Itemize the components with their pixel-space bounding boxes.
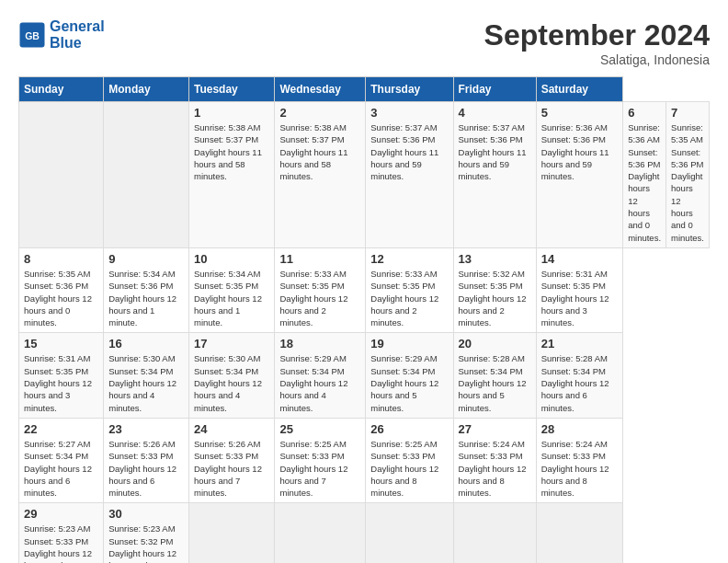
month-title: September 2024 [484, 18, 710, 52]
day-number: 8 [24, 252, 98, 266]
weekday-header: Thursday [366, 77, 453, 102]
day-number: 14 [541, 252, 618, 266]
svg-text:GB: GB [25, 30, 40, 41]
day-info: Sunrise: 5:28 AM Sunset: 5:34 PM Dayligh… [541, 352, 618, 413]
title-block: September 2024 Salatiga, Indonesia [484, 18, 710, 67]
calendar-cell: 10 Sunrise: 5:34 AM Sunset: 5:35 PM Dayl… [189, 247, 275, 332]
weekday-header: Friday [453, 77, 536, 102]
day-number: 7 [671, 106, 704, 120]
day-number: 9 [108, 252, 184, 266]
calendar-week-row: 22 Sunrise: 5:27 AM Sunset: 5:34 PM Dayl… [19, 418, 710, 502]
calendar-cell [104, 102, 189, 248]
day-number: 4 [459, 106, 531, 120]
day-number: 24 [194, 422, 269, 436]
calendar-cell: 12 Sunrise: 5:33 AM Sunset: 5:35 PM Dayl… [366, 247, 453, 332]
day-number: 6 [628, 106, 661, 120]
calendar-table: SundayMondayTuesdayWednesdayThursdayFrid… [18, 76, 710, 563]
calendar-cell: 27 Sunrise: 5:24 AM Sunset: 5:33 PM Dayl… [453, 418, 536, 502]
page-header: GB General Blue September 2024 Salatiga,… [18, 18, 710, 67]
logo-icon: GB [18, 21, 46, 49]
day-number: 17 [194, 337, 269, 350]
day-number: 2 [279, 106, 360, 120]
day-info: Sunrise: 5:29 AM Sunset: 5:34 PM Dayligh… [370, 352, 448, 413]
calendar-cell: 5 Sunrise: 5:36 AM Sunset: 5:36 PM Dayli… [536, 102, 622, 248]
day-info: Sunrise: 5:35 AM Sunset: 5:36 PM Dayligh… [24, 268, 98, 328]
day-info: Sunrise: 5:23 AM Sunset: 5:33 PM Dayligh… [24, 523, 98, 563]
calendar-cell [275, 503, 366, 563]
calendar-cell: 23 Sunrise: 5:26 AM Sunset: 5:33 PM Dayl… [104, 418, 189, 502]
day-number: 20 [459, 337, 531, 350]
day-number: 3 [370, 106, 448, 120]
day-info: Sunrise: 5:30 AM Sunset: 5:34 PM Dayligh… [194, 352, 269, 413]
calendar-cell: 8 Sunrise: 5:35 AM Sunset: 5:36 PM Dayli… [19, 247, 104, 332]
calendar-cell [536, 503, 622, 563]
day-info: Sunrise: 5:38 AM Sunset: 5:37 PM Dayligh… [194, 121, 269, 182]
day-info: Sunrise: 5:36 AM Sunset: 5:36 PM Dayligh… [541, 121, 618, 182]
day-info: Sunrise: 5:26 AM Sunset: 5:33 PM Dayligh… [108, 438, 184, 499]
day-number: 15 [24, 337, 98, 350]
day-info: Sunrise: 5:24 AM Sunset: 5:33 PM Dayligh… [459, 438, 531, 499]
day-number: 16 [108, 337, 184, 350]
logo-text: General Blue [50, 18, 105, 52]
calendar-cell: 28 Sunrise: 5:24 AM Sunset: 5:33 PM Dayl… [536, 418, 622, 502]
day-number: 28 [541, 422, 618, 436]
calendar-cell: 17 Sunrise: 5:30 AM Sunset: 5:34 PM Dayl… [189, 333, 275, 418]
calendar-cell: 11 Sunrise: 5:33 AM Sunset: 5:35 PM Dayl… [275, 247, 366, 332]
weekday-header: Tuesday [189, 77, 275, 102]
day-info: Sunrise: 5:33 AM Sunset: 5:35 PM Dayligh… [370, 268, 448, 328]
day-info: Sunrise: 5:30 AM Sunset: 5:34 PM Dayligh… [108, 352, 184, 413]
calendar-cell: 3 Sunrise: 5:37 AM Sunset: 5:36 PM Dayli… [366, 102, 453, 248]
day-info: Sunrise: 5:24 AM Sunset: 5:33 PM Dayligh… [541, 438, 618, 499]
day-info: Sunrise: 5:37 AM Sunset: 5:36 PM Dayligh… [370, 121, 448, 182]
calendar-cell [453, 503, 536, 563]
day-number: 12 [370, 252, 448, 266]
calendar-cell: 25 Sunrise: 5:25 AM Sunset: 5:33 PM Dayl… [275, 418, 366, 502]
day-number: 5 [541, 106, 618, 120]
weekday-header: Saturday [536, 77, 622, 102]
day-info: Sunrise: 5:33 AM Sunset: 5:35 PM Dayligh… [279, 268, 360, 328]
day-number: 11 [279, 252, 360, 266]
calendar-cell: 30 Sunrise: 5:23 AM Sunset: 5:32 PM Dayl… [104, 503, 189, 563]
calendar-cell: 14 Sunrise: 5:31 AM Sunset: 5:35 PM Dayl… [536, 247, 622, 332]
calendar-cell [19, 102, 104, 248]
day-info: Sunrise: 5:35 AM Sunset: 5:36 PM Dayligh… [671, 121, 704, 244]
day-number: 21 [541, 337, 618, 350]
day-info: Sunrise: 5:37 AM Sunset: 5:36 PM Dayligh… [459, 121, 531, 182]
day-info: Sunrise: 5:28 AM Sunset: 5:34 PM Dayligh… [459, 352, 531, 413]
calendar-week-row: 1 Sunrise: 5:38 AM Sunset: 5:37 PM Dayli… [19, 102, 710, 248]
day-number: 26 [370, 422, 448, 436]
calendar-cell: 4 Sunrise: 5:37 AM Sunset: 5:36 PM Dayli… [453, 102, 536, 248]
day-info: Sunrise: 5:31 AM Sunset: 5:35 PM Dayligh… [24, 352, 98, 413]
day-info: Sunrise: 5:34 AM Sunset: 5:35 PM Dayligh… [194, 268, 269, 328]
calendar-cell: 18 Sunrise: 5:29 AM Sunset: 5:34 PM Dayl… [275, 333, 366, 418]
calendar-cell: 13 Sunrise: 5:32 AM Sunset: 5:35 PM Dayl… [453, 247, 536, 332]
calendar-cell: 20 Sunrise: 5:28 AM Sunset: 5:34 PM Dayl… [453, 333, 536, 418]
day-number: 23 [108, 422, 184, 436]
calendar-cell: 19 Sunrise: 5:29 AM Sunset: 5:34 PM Dayl… [366, 333, 453, 418]
day-info: Sunrise: 5:31 AM Sunset: 5:35 PM Dayligh… [541, 268, 618, 328]
day-info: Sunrise: 5:25 AM Sunset: 5:33 PM Dayligh… [279, 438, 360, 499]
calendar-week-row: 15 Sunrise: 5:31 AM Sunset: 5:35 PM Dayl… [19, 333, 710, 418]
calendar-cell: 21 Sunrise: 5:28 AM Sunset: 5:34 PM Dayl… [536, 333, 622, 418]
day-number: 25 [279, 422, 360, 436]
day-number: 10 [194, 252, 269, 266]
calendar-cell: 26 Sunrise: 5:25 AM Sunset: 5:33 PM Dayl… [366, 418, 453, 502]
weekday-header: Wednesday [275, 77, 366, 102]
calendar-cell: 22 Sunrise: 5:27 AM Sunset: 5:34 PM Dayl… [19, 418, 104, 502]
day-info: Sunrise: 5:38 AM Sunset: 5:37 PM Dayligh… [279, 121, 360, 182]
day-info: Sunrise: 5:32 AM Sunset: 5:35 PM Dayligh… [459, 268, 531, 328]
day-number: 1 [194, 106, 269, 120]
day-info: Sunrise: 5:26 AM Sunset: 5:33 PM Dayligh… [194, 438, 269, 499]
calendar-cell: 6 Sunrise: 5:36 AM Sunset: 5:36 PM Dayli… [623, 102, 666, 248]
weekday-header: Monday [104, 77, 189, 102]
day-info: Sunrise: 5:34 AM Sunset: 5:36 PM Dayligh… [108, 268, 184, 328]
calendar-body: 1 Sunrise: 5:38 AM Sunset: 5:37 PM Dayli… [19, 102, 710, 564]
calendar-cell: 9 Sunrise: 5:34 AM Sunset: 5:36 PM Dayli… [104, 247, 189, 332]
calendar-week-row: 8 Sunrise: 5:35 AM Sunset: 5:36 PM Dayli… [19, 247, 710, 332]
day-number: 30 [108, 507, 184, 521]
day-number: 19 [370, 337, 448, 350]
calendar-cell: 16 Sunrise: 5:30 AM Sunset: 5:34 PM Dayl… [104, 333, 189, 418]
calendar-header-row: SundayMondayTuesdayWednesdayThursdayFrid… [19, 77, 710, 102]
calendar-cell: 7 Sunrise: 5:35 AM Sunset: 5:36 PM Dayli… [666, 102, 710, 248]
day-number: 13 [459, 252, 531, 266]
